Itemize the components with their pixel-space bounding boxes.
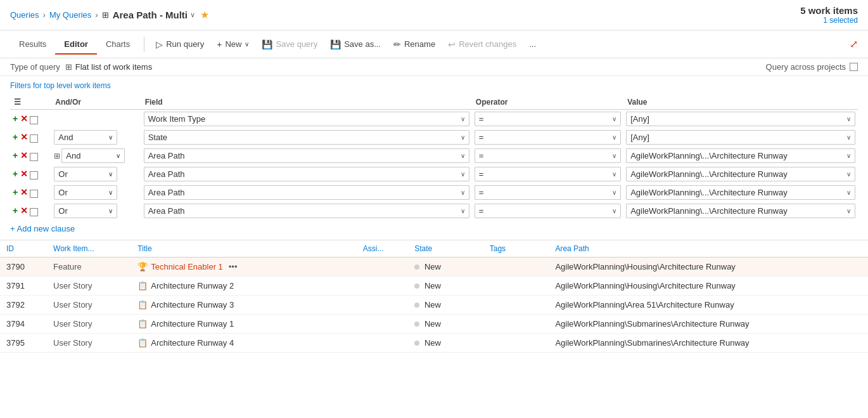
field-select[interactable]: Area Path ∨ [144,167,469,181]
operator-select[interactable]: = ∨ [475,185,621,200]
andor-value: Or [58,169,67,179]
col-header-tags[interactable]: Tags [483,240,549,258]
andor-value: And [58,133,73,142]
col-header-state[interactable]: State [408,240,483,258]
item-title-cell: 📋 Architecture Runway 4 [131,334,356,353]
story-icon: 📋 [137,338,148,348]
row-checkbox[interactable] [30,134,38,143]
andor-value: Or [58,206,67,216]
andor-select[interactable]: And ∨ [54,130,117,145]
item-title[interactable]: Architecture Runway 4 [151,338,234,348]
breadcrumb-queries[interactable]: Queries [10,10,39,20]
add-clause-icon[interactable]: + [13,132,18,142]
operator-select[interactable]: = ∨ [475,167,621,181]
expand-button[interactable]: ⤢ [850,38,858,50]
col-header-assigned[interactable]: Assi... [357,240,408,258]
field-select[interactable]: Area Path ∨ [144,204,469,218]
item-assigned [357,258,408,277]
group-icon: ⊞ [54,152,60,160]
item-id[interactable]: 3795 [0,334,47,353]
tab-results[interactable]: Results [10,34,55,54]
operator-select[interactable]: = ∨ [475,204,621,218]
add-clause-icon[interactable]: + [13,206,18,216]
value-select[interactable]: [Any] ∨ [626,130,855,145]
value-select[interactable]: AgileWorkPlanning\...\Architecture Runwa… [626,148,855,163]
andor-value: And [66,151,80,160]
field-select[interactable]: Area Path ∨ [144,185,469,200]
row-checkbox[interactable] [30,190,38,198]
add-clause-icon[interactable]: + [13,114,18,124]
query-type-label: Type of query [10,62,60,72]
breadcrumb-my-queries[interactable]: My Queries [49,10,91,20]
item-id[interactable]: 3790 [0,258,47,277]
field-select[interactable]: Area Path ∨ [144,148,469,163]
query-row: + ✕ Work Item Type ∨ = ∨ [Any] ∨ [10,110,858,129]
col-header-id[interactable]: ID [0,240,47,258]
col-header-title[interactable]: Title [131,240,356,258]
item-area-path: AgileWorkPlanning\Housing\Architecture R… [549,277,868,296]
item-id[interactable]: 3792 [0,296,47,315]
item-ellipsis-button[interactable]: ••• [226,262,240,271]
add-clause-button[interactable]: + Add new clause [0,220,868,237]
andor-select[interactable]: Or ∨ [54,167,117,181]
results-header-row: ID Work Item... Title Assi... State Tags… [0,240,868,258]
andor-select[interactable]: Or ∨ [54,204,117,218]
tab-editor[interactable]: Editor [55,34,97,54]
remove-clause-icon[interactable]: ✕ [20,206,28,216]
col-header-work-item-type[interactable]: Work Item... [47,240,131,258]
rename-button[interactable]: ✏ Rename [387,36,442,53]
query-type-value[interactable]: ⊞ Flat list of work items [65,62,152,72]
remove-clause-icon[interactable]: ✕ [20,169,28,179]
breadcrumb-bar: Queries › My Queries › ⊞ Area Path - Mul… [0,0,868,30]
field-select[interactable]: Work Item Type ∨ [144,112,469,126]
andor-select[interactable]: And ∨ [61,148,125,163]
add-clause-icon[interactable]: + [13,187,18,197]
row-checkbox[interactable] [30,171,38,180]
add-clause-icon[interactable]: + [13,150,18,160]
item-title[interactable]: Architecture Runway 2 [151,281,234,291]
value-chevron-icon: ∨ [846,189,851,196]
revert-changes-button[interactable]: ↩ Revert changes [442,36,523,53]
title-chevron-icon[interactable]: ∨ [190,11,195,19]
value-select[interactable]: AgileWorkPlanning\...\Architecture Runwa… [626,204,855,218]
remove-clause-icon[interactable]: ✕ [20,114,28,124]
run-query-button[interactable]: ▷ Run query [150,36,210,53]
operator-select[interactable]: = ∨ [475,112,621,126]
row-checkbox[interactable] [30,153,38,161]
value-text: AgileWorkPlanning\...\Architecture Runwa… [630,151,788,160]
value-select[interactable]: AgileWorkPlanning\...\Architecture Runwa… [626,167,855,181]
favorite-star-icon[interactable]: ★ [200,9,209,21]
field-select[interactable]: State ∨ [144,130,469,145]
query-across-projects[interactable]: Query across projects [766,62,858,72]
filters-label: Filters for top level work items [10,81,858,90]
remove-clause-icon[interactable]: ✕ [20,150,28,160]
andor-select[interactable]: Or ∨ [54,185,117,200]
value-select[interactable]: [Any] ∨ [626,112,855,126]
row-checkbox[interactable] [30,208,38,216]
operator-select[interactable]: = ∨ [475,148,621,163]
col-header-area-path[interactable]: Area Path [549,240,868,258]
more-options-label: ... [529,39,536,49]
value-text: AgileWorkPlanning\...\Architecture Runwa… [630,206,788,216]
item-title[interactable]: Architecture Runway 3 [151,300,234,310]
row-checkbox[interactable] [30,116,38,124]
more-options-button[interactable]: ... [523,36,542,52]
item-id[interactable]: 3791 [0,277,47,296]
save-as-button[interactable]: 💾 Save as... [324,36,387,53]
item-title[interactable]: Architecture Runway 1 [151,319,234,329]
item-title[interactable]: Technical Enabler 1 [151,262,222,271]
remove-clause-icon[interactable]: ✕ [20,132,28,142]
new-button[interactable]: + New ∨ [210,36,255,53]
save-query-button[interactable]: 💾 Save query [255,36,324,53]
query-across-checkbox[interactable] [850,63,858,71]
value-select[interactable]: AgileWorkPlanning\...\Architecture Runwa… [626,185,855,200]
item-id[interactable]: 3794 [0,315,47,334]
field-value: Work Item Type [148,114,206,124]
field-value: Area Path [148,169,185,179]
remove-clause-icon[interactable]: ✕ [20,187,28,197]
result-row: 3794 User Story 📋 Architecture Runway 1 … [0,315,868,334]
operator-select[interactable]: = ∨ [475,130,621,145]
story-icon: 📋 [137,319,148,329]
add-clause-icon[interactable]: + [13,169,18,179]
tab-charts[interactable]: Charts [97,34,139,54]
